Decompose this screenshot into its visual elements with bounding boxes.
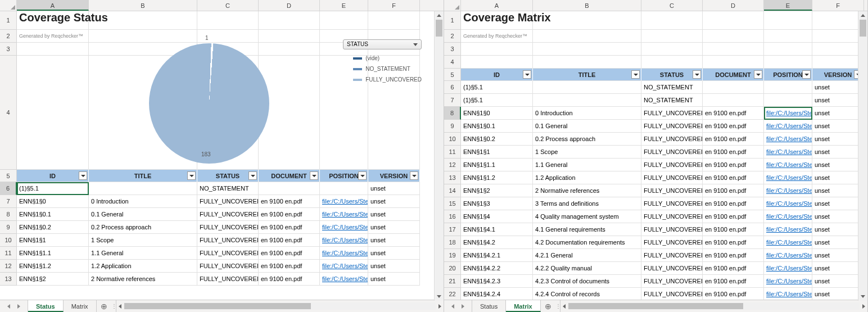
cell[interactable]: FULLY_UNCOVERED — [641, 288, 703, 300]
cell[interactable]: file:/C:/Users/Ste — [320, 195, 368, 208]
horizontal-scrollbar[interactable] — [560, 300, 867, 312]
cell[interactable]: unset — [812, 184, 864, 197]
cell[interactable]: NO_STATEMENT — [641, 94, 703, 107]
header-title[interactable]: TITLE — [89, 170, 197, 182]
scroll-left-icon[interactable] — [116, 300, 124, 312]
cell[interactable]: 1.1 General — [533, 159, 641, 171]
row-header-12[interactable]: 12 — [444, 159, 461, 171]
col-header-B[interactable]: B — [533, 0, 641, 11]
scroll-thumb[interactable] — [568, 303, 743, 309]
select-all-corner[interactable] — [444, 0, 461, 11]
cell[interactable]: file:/C:/Users/Ste — [764, 107, 812, 120]
file-link[interactable]: file:/C:/Users/Ste — [322, 250, 368, 256]
row-header-18[interactable]: 18 — [444, 236, 461, 249]
cell[interactable]: file:/C:/Users/Ste — [764, 146, 812, 159]
cell[interactable]: FULLY_UNCOVERED — [197, 247, 259, 260]
row-header-5[interactable]: 5 — [444, 69, 461, 81]
header-version[interactable]: VERSION — [368, 170, 420, 182]
file-link[interactable]: file:/C:/Users/Ste — [766, 265, 812, 272]
cell[interactable]: 4.2.1 General — [533, 249, 641, 262]
file-link[interactable]: file:/C:/Users/Ste — [766, 161, 812, 168]
cell[interactable]: NO_STATEMENT — [197, 182, 259, 195]
cell[interactable]: en 9100 en.pdf — [703, 184, 764, 197]
cell[interactable]: unset — [812, 120, 864, 133]
cell[interactable]: ENN§1§4.1 — [461, 223, 533, 236]
scroll-right-icon[interactable] — [436, 300, 444, 312]
cell[interactable]: FULLY_UNCOVERED — [641, 159, 703, 171]
row-header-11[interactable]: 11 — [0, 247, 17, 260]
filter-button-icon[interactable] — [187, 171, 196, 180]
cell[interactable]: ENN§1§1 — [461, 146, 533, 159]
cell[interactable]: file:/C:/Users/Ste — [764, 159, 812, 171]
cell[interactable]: unset — [812, 107, 864, 120]
cell[interactable]: unset — [368, 182, 420, 195]
cell[interactable]: unset — [368, 221, 420, 234]
cell[interactable]: ENN§1§0.2 — [17, 221, 89, 234]
cell[interactable] — [89, 182, 197, 195]
cell[interactable]: en 9100 en.pdf — [703, 236, 764, 249]
cell[interactable]: en 9100 en.pdf — [703, 133, 764, 146]
cell[interactable]: 0 Introduction — [533, 107, 641, 120]
cell[interactable]: FULLY_UNCOVERED — [197, 234, 259, 247]
file-link[interactable]: file:/C:/Users/Ste — [766, 123, 812, 129]
cell[interactable]: FULLY_UNCOVERED — [641, 249, 703, 262]
cell[interactable]: file:/C:/Users/Ste — [320, 260, 368, 273]
cell[interactable]: en 9100 en.pdf — [703, 120, 764, 133]
cell[interactable]: ENN§1§1.1 — [461, 159, 533, 171]
chevron-left-icon[interactable] — [451, 304, 454, 309]
cell[interactable]: 1 Scope — [89, 234, 197, 247]
cell[interactable]: FULLY_UNCOVERED — [197, 260, 259, 273]
header-document[interactable]: DOCUMENT — [259, 170, 320, 182]
cell[interactable]: ENN§1§4.2.3 — [461, 275, 533, 288]
row-header-19[interactable]: 19 — [444, 249, 461, 262]
cell[interactable]: 4.2.4 Control of records — [533, 288, 641, 300]
cell[interactable]: ENN§1§4.2.4 — [461, 288, 533, 300]
header-id[interactable]: ID — [17, 170, 89, 182]
cell[interactable]: unset — [812, 236, 864, 249]
cell[interactable]: file:/C:/Users/Ste — [764, 133, 812, 146]
cell[interactable]: FULLY_UNCOVERED — [641, 236, 703, 249]
filter-button-icon[interactable] — [523, 70, 531, 79]
col-header-C[interactable]: C — [197, 0, 259, 11]
cell[interactable]: FULLY_UNCOVERED — [641, 146, 703, 159]
cell[interactable]: ENN§1§4 — [461, 210, 533, 223]
cell[interactable]: unset — [368, 208, 420, 221]
filter-button-icon[interactable] — [693, 70, 701, 79]
cell[interactable]: FULLY_UNCOVERED — [197, 273, 259, 286]
file-link[interactable]: file:/C:/Users/Ste — [766, 278, 812, 284]
cell[interactable]: 1.2 Application — [89, 260, 197, 273]
cell[interactable] — [764, 94, 812, 107]
cell[interactable]: FULLY_UNCOVERED — [641, 262, 703, 275]
cell[interactable]: unset — [812, 262, 864, 275]
file-link[interactable]: file:/C:/Users/Ste — [766, 252, 812, 259]
row-header-2[interactable]: 2 — [444, 30, 461, 43]
filter-button-icon[interactable] — [802, 70, 811, 79]
cell[interactable]: file:/C:/Users/Ste — [320, 234, 368, 247]
chevron-right-icon[interactable] — [17, 304, 20, 309]
row-header-6[interactable]: 6 — [444, 81, 461, 94]
cell[interactable]: en 9100 en.pdf — [259, 195, 320, 208]
cell[interactable]: ENN§1§1.2 — [17, 260, 89, 273]
row-header-15[interactable]: 15 — [444, 197, 461, 210]
header-title[interactable]: TITLE — [533, 69, 641, 81]
cell[interactable]: unset — [368, 260, 420, 273]
row-header-9[interactable]: 9 — [444, 120, 461, 133]
file-link[interactable]: file:/C:/Users/Ste — [322, 198, 368, 205]
cell[interactable]: ENN§1§4.2 — [461, 236, 533, 249]
header-version[interactable]: VERSION — [812, 69, 864, 81]
file-link[interactable]: file:/C:/Users/Ste — [322, 211, 368, 218]
row-header-10[interactable]: 10 — [0, 234, 17, 247]
cell[interactable]: en 9100 en.pdf — [703, 288, 764, 300]
file-link[interactable]: file:/C:/Users/Ste — [322, 275, 368, 282]
cell[interactable]: 0 Introduction — [89, 195, 197, 208]
file-link[interactable]: file:/C:/Users/Ste — [766, 213, 812, 220]
cell[interactable]: unset — [368, 273, 420, 286]
cell[interactable]: unset — [812, 159, 864, 171]
cell[interactable]: en 9100 en.pdf — [703, 146, 764, 159]
page-title[interactable]: Coverage Status — [17, 11, 89, 30]
scroll-right-icon[interactable] — [860, 300, 867, 312]
filter-button-icon[interactable] — [248, 171, 257, 180]
filter-button-icon[interactable] — [310, 171, 318, 180]
file-link[interactable]: file:/C:/Users/Ste — [322, 224, 368, 230]
cell[interactable]: 2 Normative references — [533, 184, 641, 197]
